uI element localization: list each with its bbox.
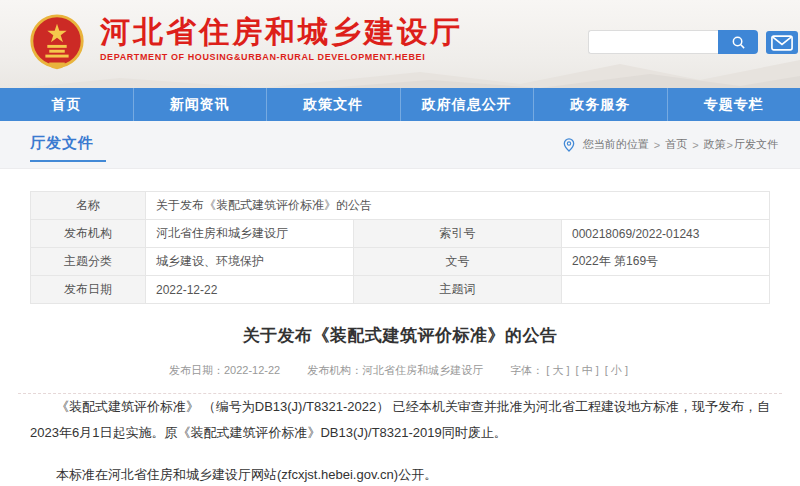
info-label: 发布机构 [31, 220, 146, 248]
font-size-large[interactable]: [ 大 ] [546, 364, 569, 376]
article-title: 关于发布《装配式建筑评价标准》的公告 [30, 324, 770, 347]
info-value [562, 276, 770, 304]
nav-item-special-columns[interactable]: 专题专栏 [668, 88, 800, 121]
article-body: 《装配式建筑评价标准》 （编号为DB13(J)/T8321-2022） 已经本机… [30, 394, 770, 486]
location-pin-icon [563, 138, 575, 152]
breadcrumb-prefix: 您当前的位置 [583, 137, 649, 152]
section-title-underline [30, 160, 106, 162]
page: 河北省住房和城乡建设厅 DEPARTMENT OF HOUSING&URBAN-… [0, 0, 800, 486]
info-value: 河北省住房和城乡建设厅 [146, 220, 354, 248]
publish-agency-value: 河北省住房和城乡建设厅 [362, 364, 483, 376]
publish-date-label: 发布日期： [169, 364, 224, 376]
site-title: 河北省住房和城乡建设厅 [100, 15, 463, 49]
article-paragraph: 本标准在河北省住房和城乡建设厅网站(zfcxjst.hebei.gov.cn)公… [30, 462, 770, 486]
section-title: 厅发文件 [30, 134, 94, 153]
font-size-controls: 字体：[ 大 ][ 中 ][ 小 ] [510, 364, 631, 376]
info-value: 关于发布《装配式建筑评价标准》的公告 [146, 192, 770, 220]
info-row-name: 名称 关于发布《装配式建筑评价标准》的公告 [31, 192, 770, 220]
nav-item-policy-documents[interactable]: 政策文件 [267, 88, 401, 121]
site-header: 河北省住房和城乡建设厅 DEPARTMENT OF HOUSING&URBAN-… [0, 0, 800, 88]
document-info-table: 名称 关于发布《装配式建筑评价标准》的公告 发布机构 河北省住房和城乡建设厅 索… [30, 191, 770, 304]
document-content: 名称 关于发布《装配式建筑评价标准》的公告 发布机构 河北省住房和城乡建设厅 索… [0, 169, 800, 486]
info-label: 索引号 [354, 220, 562, 248]
info-label: 发布日期 [31, 276, 146, 304]
info-value: 2022-12-22 [146, 276, 354, 304]
breadcrumb-separator: > [654, 139, 660, 151]
search-button[interactable] [718, 30, 758, 54]
info-label: 文号 [354, 248, 562, 276]
font-size-medium[interactable]: [ 中 ] [576, 364, 599, 376]
search-input[interactable] [588, 30, 723, 54]
site-branding: 河北省住房和城乡建设厅 DEPARTMENT OF HOUSING&URBAN-… [100, 15, 463, 62]
nav-item-gov-services[interactable]: 政务服务 [534, 88, 668, 121]
nav-item-home[interactable]: 首页 [0, 88, 134, 121]
subheader: 厅发文件 您当前的位置 > 首页 > 政策 > 厅发文件 [0, 121, 800, 169]
publish-agency-label: 发布机构： [307, 364, 362, 376]
info-label: 主题词 [354, 276, 562, 304]
nav-item-info-disclosure[interactable]: 政府信息公开 [401, 88, 535, 121]
info-row-date: 发布日期 2022-12-22 主题词 [31, 276, 770, 304]
info-label: 名称 [31, 192, 146, 220]
mail-button[interactable] [766, 31, 798, 54]
nav-item-news[interactable]: 新闻资讯 [134, 88, 268, 121]
publish-date: 发布日期：2022-12-22 [169, 364, 280, 376]
info-label: 主题分类 [31, 248, 146, 276]
info-row-category: 主题分类 城乡建设、环境保护 文号 2022年 第169号 [31, 248, 770, 276]
breadcrumb-policy[interactable]: 政策 [704, 137, 726, 152]
font-size-label: 字体： [510, 364, 543, 376]
info-row-agency: 发布机构 河北省住房和城乡建设厅 索引号 000218069/2022-0124… [31, 220, 770, 248]
breadcrumb-separator: > [727, 139, 733, 151]
article-paragraph: 《装配式建筑评价标准》 （编号为DB13(J)/T8321-2022） 已经本机… [30, 394, 770, 446]
publish-date-value: 2022-12-22 [224, 364, 280, 376]
breadcrumb-home[interactable]: 首页 [665, 137, 687, 152]
info-value: 000218069/2022-01243 [562, 220, 770, 248]
breadcrumb-separator: > [692, 139, 698, 151]
info-value: 城乡建设、环境保护 [146, 248, 354, 276]
breadcrumb: 您当前的位置 > 首页 > 政策 > 厅发文件 [563, 121, 778, 168]
site-subtitle: DEPARTMENT OF HOUSING&URBAN-RURAL DEVELO… [100, 52, 463, 62]
font-size-small[interactable]: [ 小 ] [605, 364, 628, 376]
search-icon [731, 35, 746, 50]
publish-agency: 发布机构：河北省住房和城乡建设厅 [307, 364, 483, 376]
mail-icon [771, 35, 793, 51]
national-emblem [26, 12, 88, 74]
breadcrumb-current[interactable]: 厅发文件 [734, 137, 778, 152]
main-nav: 首页 新闻资讯 政策文件 政府信息公开 政务服务 专题专栏 [0, 88, 800, 121]
info-value: 2022年 第169号 [562, 248, 770, 276]
article-meta: 发布日期：2022-12-22 发布机构：河北省住房和城乡建设厅 字体：[ 大 … [0, 363, 800, 378]
